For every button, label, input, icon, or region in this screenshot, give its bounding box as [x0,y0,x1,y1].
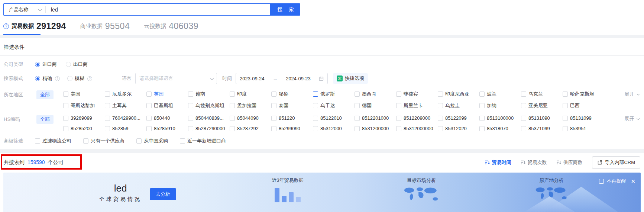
tab-cloud-search-data[interactable]: 云搜数据 406039 [144,21,198,35]
radio-off-icon[interactable] [67,76,72,81]
filter-checkbox-item[interactable]: 斯里兰卡 [396,102,438,109]
checkbox-icon[interactable] [230,91,235,97]
filter-checkbox-item[interactable]: 85287290000 [188,126,230,131]
filter-checkbox-item[interactable]: 85285910 [146,126,188,131]
filter-checkbox-item[interactable]: 秘鲁 [271,91,313,97]
hs-expand-link[interactable]: 展开 [624,115,639,122]
radio-off-icon[interactable] [66,62,71,67]
search-button[interactable]: 搜 索 [271,3,300,16]
checkbox-icon[interactable] [438,103,443,108]
checkbox-icon[interactable] [438,116,443,121]
filter-checkbox-item[interactable]: 美国 [63,91,105,97]
filter-checkbox-item[interactable]: 853951 [563,126,604,131]
filter-checkbox-item[interactable]: 只有一个供应商 [83,138,124,144]
filter-checkbox-item[interactable]: 850440 [146,115,188,121]
checkbox-icon[interactable] [313,126,318,131]
filter-checkbox-item[interactable]: 851220 [271,115,313,121]
search-category-select[interactable]: 产品名称 [4,6,45,13]
filter-checkbox-item[interactable]: 乌拉圭 [438,102,479,109]
checkbox-icon[interactable] [479,91,485,97]
filter-checkbox-item[interactable]: 泰国 [271,102,313,109]
analyze-button[interactable]: 去分析 [150,188,176,200]
filter-checkbox-item[interactable]: 乌干达 [313,102,355,109]
checkbox-icon[interactable] [271,103,276,108]
checkbox-icon[interactable] [63,116,68,121]
filter-checkbox-item[interactable]: 德国 [355,102,396,109]
checkbox-icon[interactable] [313,103,318,108]
dismiss-checkbox[interactable] [599,179,604,184]
filter-checkbox-item[interactable]: 850440839... [188,115,230,121]
hs-all-pill[interactable]: 全部 [36,115,54,124]
filter-checkbox-item[interactable]: 85285200 [63,126,105,131]
filter-checkbox-item[interactable]: 土耳其 [105,102,146,109]
filter-checkbox-item[interactable]: 85287292 [230,126,271,131]
sort-trade-count[interactable]: 贸易次数 [521,159,547,166]
filter-checkbox-item[interactable]: 85131099 [563,115,604,121]
origin-analysis-section[interactable]: 原产地分析 [525,177,577,203]
checkbox-icon[interactable] [479,103,485,108]
checkbox-icon[interactable] [188,91,193,97]
checkbox-icon[interactable] [479,116,485,121]
checkbox-icon[interactable] [438,126,443,131]
date-end[interactable]: 2024-09-23 [286,76,311,81]
checkbox-icon[interactable] [146,91,152,97]
filter-checkbox-item[interactable]: 85371099 [521,126,563,131]
quick-options-button[interactable]: ⌘ 快捷选项 [333,73,368,84]
checkbox-icon[interactable] [521,126,526,131]
checkbox-icon[interactable] [230,126,235,131]
sort-trade-time[interactable]: 贸易时间 [485,159,511,166]
region-expand-link[interactable]: 展开 [624,91,639,97]
filter-checkbox-item[interactable]: 乌兹别克斯坦 [188,102,230,109]
checkbox-icon[interactable] [146,103,152,108]
target-market-section[interactable]: 目标市场分析 [395,177,447,205]
checkbox-icon[interactable] [230,103,235,108]
close-icon[interactable]: ✕ [631,179,635,184]
checkbox-icon[interactable] [438,91,443,97]
import-crm-button[interactable]: 导入内部CRM [592,156,640,169]
radio-fuzzy[interactable]: 模糊 [67,75,84,82]
filter-checkbox-item[interactable]: 85131090 [521,115,563,121]
radio-on-icon[interactable] [35,76,40,81]
filter-checkbox-item[interactable]: 85318070 [479,126,521,131]
filter-checkbox-item[interactable]: 852859 [105,126,146,131]
region-all-pill[interactable]: 全部 [36,90,54,99]
filter-checkbox-item[interactable]: 哥斯达黎加 [63,102,105,109]
filter-checkbox-item[interactable]: 越南 [188,91,230,97]
filter-checkbox-item[interactable]: 85122010 [313,115,355,121]
checkbox-icon[interactable] [271,91,276,97]
filter-checkbox-item[interactable]: 巴基斯坦 [146,102,188,109]
checkbox-icon[interactable] [188,116,193,121]
checkbox-icon[interactable] [63,126,68,131]
filter-checkbox-item[interactable]: 85312020 [438,126,479,131]
checkbox-icon[interactable] [188,126,193,131]
checkbox-icon[interactable] [271,126,276,131]
checkbox-icon[interactable] [230,116,235,121]
checkbox-icon[interactable] [563,126,568,131]
filter-checkbox-item[interactable]: 俄罗斯 [313,91,355,97]
checkbox-icon[interactable] [83,138,88,144]
filter-checkbox-item[interactable]: 760429900... [105,115,146,121]
trade-trend-section[interactable]: 近3年贸易数据 [263,177,312,202]
checkbox-icon[interactable] [355,116,360,121]
filter-checkbox-item[interactable]: 8512201000 [355,115,396,121]
checkbox-icon[interactable] [271,116,276,121]
filter-checkbox-item[interactable]: 8531200000 [355,126,396,131]
question-circle-icon[interactable]: ? [3,23,9,29]
filter-checkbox-item[interactable]: 39269099 [63,115,105,121]
filter-checkbox-item[interactable]: 乌克兰 [521,91,563,97]
filter-checkbox-item[interactable]: 孟加拉国 [230,102,271,109]
checkbox-icon[interactable] [188,103,193,108]
filter-checkbox-item[interactable]: 85312000 [313,126,355,131]
radio-exact[interactable]: 精确 [35,75,52,82]
checkbox-icon[interactable] [105,91,110,97]
checkbox-icon[interactable] [396,126,401,131]
filter-checkbox-item[interactable]: 波兰 [479,91,521,97]
date-start[interactable]: 2023-09-24 [240,76,265,81]
filter-checkbox-item[interactable]: 亚美尼亚 [521,102,563,109]
checkbox-icon[interactable] [396,116,401,121]
checkbox-icon[interactable] [479,126,485,131]
checkbox-icon[interactable] [313,91,318,97]
filter-checkbox-item[interactable]: 印度 [230,91,271,97]
language-select[interactable]: 请选择翻译语言 [135,73,217,84]
filter-checkbox-item[interactable]: 从中国采购 [136,138,168,144]
